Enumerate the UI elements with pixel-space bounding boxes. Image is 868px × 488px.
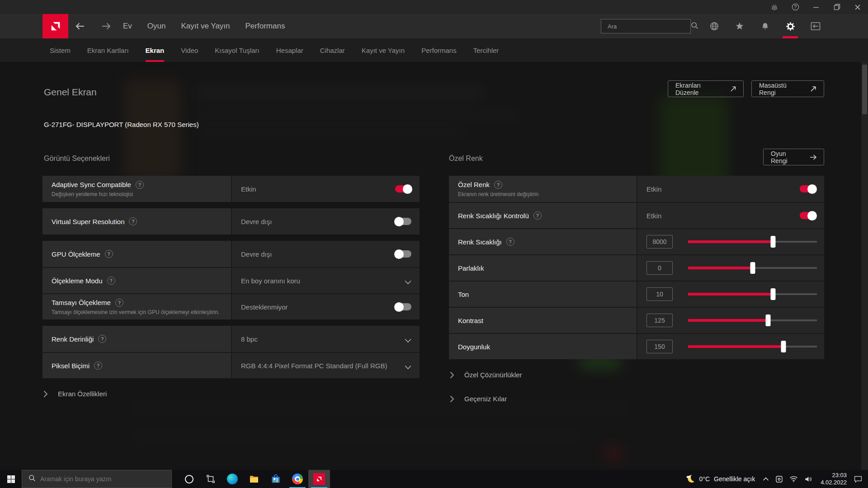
chevron-down-icon xyxy=(405,278,411,286)
help-icon[interactable]: ? xyxy=(105,250,113,258)
weather-description[interactable]: Genellikle açık xyxy=(714,475,755,483)
app-search-input[interactable] xyxy=(601,23,691,30)
tab-kisayol-tuslari[interactable]: Kısayol Tuşları xyxy=(215,38,259,62)
settings-gear-icon[interactable] xyxy=(778,14,803,38)
bug-report-icon[interactable] xyxy=(764,0,785,14)
chevron-right-icon xyxy=(43,390,48,398)
saturation-input[interactable] xyxy=(646,340,673,353)
custom-color-toggle[interactable] xyxy=(800,185,816,192)
browser-globe-icon[interactable] xyxy=(702,14,727,38)
cortana-icon[interactable] xyxy=(178,470,200,488)
contrast-slider[interactable] xyxy=(688,314,817,326)
help-titlebar-icon[interactable] xyxy=(785,0,806,14)
arrange-displays-button[interactable]: Ekranları Düzenle xyxy=(668,80,744,97)
chevron-down-icon xyxy=(405,363,411,371)
help-icon[interactable]: ? xyxy=(107,277,115,285)
tab-cihazlar[interactable]: Cihazlar xyxy=(320,38,345,62)
weather-temperature[interactable]: 0°C xyxy=(699,475,710,483)
chrome-icon[interactable] xyxy=(287,470,308,488)
slider-thumb[interactable] xyxy=(771,288,776,300)
help-icon[interactable]: ? xyxy=(506,238,514,246)
saturation-slider[interactable] xyxy=(688,341,817,352)
windows-taskbar: 0°C Genellikle açık 23:03 4.02.2022 xyxy=(0,470,868,488)
nav-item-home[interactable]: Ev xyxy=(123,22,132,31)
minimize-button[interactable] xyxy=(806,0,826,14)
help-icon[interactable]: ? xyxy=(94,361,102,370)
brightness-input[interactable] xyxy=(646,261,673,275)
start-button[interactable] xyxy=(0,470,22,488)
integer-scaling-toggle[interactable] xyxy=(395,303,411,310)
tab-kayit-ve-yayin[interactable]: Kayıt ve Yayın xyxy=(362,38,405,62)
setting-row-brightness: Parlaklık xyxy=(449,254,824,281)
tab-hesaplar[interactable]: Hesaplar xyxy=(276,38,303,62)
back-icon[interactable] xyxy=(72,19,88,34)
scrollbar-thumb[interactable] xyxy=(862,65,867,114)
tab-ekran[interactable]: Ekran xyxy=(146,38,165,62)
nav-item-record-stream[interactable]: Kayıt ve Yayın xyxy=(181,22,230,31)
color-temp-toggle[interactable] xyxy=(800,212,816,219)
slider-thumb[interactable] xyxy=(781,341,786,352)
contrast-input[interactable] xyxy=(646,314,673,327)
close-button[interactable] xyxy=(847,0,868,14)
slider-thumb[interactable] xyxy=(750,262,755,274)
help-icon[interactable]: ? xyxy=(129,217,137,225)
help-icon[interactable]: ? xyxy=(98,335,106,343)
favorites-star-icon[interactable] xyxy=(727,14,752,38)
overrides-expander[interactable]: Geçersiz Kılar xyxy=(449,395,824,403)
tab-video[interactable]: Video xyxy=(181,38,198,62)
nav-item-gaming[interactable]: Oyun xyxy=(147,22,166,31)
tray-overflow-chevron-icon[interactable] xyxy=(760,470,772,488)
hue-slider[interactable] xyxy=(688,288,817,300)
color-temperature-input[interactable] xyxy=(646,235,673,249)
restore-button[interactable] xyxy=(826,0,847,14)
tab-tercihler[interactable]: Tercihler xyxy=(473,38,499,62)
edge-icon[interactable] xyxy=(222,470,243,488)
weather-icon[interactable] xyxy=(681,470,699,488)
microsoft-store-icon[interactable] xyxy=(265,470,287,488)
amd-logo[interactable] xyxy=(42,14,68,38)
hue-input[interactable] xyxy=(646,287,673,301)
brightness-slider[interactable] xyxy=(688,262,817,274)
game-color-button[interactable]: Oyun Rengi xyxy=(763,149,824,165)
notifications-bell-icon[interactable] xyxy=(752,14,778,38)
slider-thumb[interactable] xyxy=(765,314,770,326)
scrollbar[interactable] xyxy=(861,62,868,470)
desktop-color-button[interactable]: Masaüstü Rengi xyxy=(751,80,824,97)
help-icon[interactable]: ? xyxy=(115,299,123,307)
search-icon xyxy=(691,22,698,31)
tray-app-icon[interactable] xyxy=(772,470,786,488)
adaptive-sync-toggle[interactable] xyxy=(395,185,411,192)
help-icon[interactable]: ? xyxy=(533,211,542,220)
pixel-format-dropdown[interactable]: RGB 4:4:4 Pixel Format PC Standard (Full… xyxy=(231,353,420,378)
setting-status: Etkin xyxy=(646,212,661,220)
setting-status: Etkin xyxy=(646,185,661,193)
task-view-icon[interactable] xyxy=(200,470,222,488)
volume-icon[interactable] xyxy=(801,470,816,488)
taskbar-search-input[interactable] xyxy=(40,475,171,483)
file-explorer-icon[interactable] xyxy=(243,470,265,488)
color-depth-dropdown[interactable]: 8 bpc xyxy=(231,326,420,352)
custom-resolutions-expander[interactable]: Özel Çözünürlükler xyxy=(449,371,824,379)
action-center-icon[interactable] xyxy=(850,470,868,488)
display-properties-expander[interactable]: Ekran Özellikleri xyxy=(42,390,420,398)
vsr-toggle[interactable] xyxy=(395,218,411,225)
tab-ekran-kartlari[interactable]: Ekran Kartları xyxy=(87,38,129,62)
dropdown-value: 8 bpc xyxy=(241,335,258,343)
forward-icon[interactable] xyxy=(99,19,114,34)
color-temperature-slider[interactable] xyxy=(688,236,817,248)
taskbar-search-box[interactable] xyxy=(22,470,172,488)
amd-software-taskbar-icon[interactable] xyxy=(308,470,330,488)
wifi-icon[interactable] xyxy=(786,470,801,488)
scaling-mode-dropdown[interactable]: En boy oranını koru xyxy=(231,268,420,293)
collapse-panel-icon[interactable] xyxy=(803,14,828,38)
gpu-scaling-toggle[interactable] xyxy=(395,250,411,258)
taskbar-clock[interactable]: 23:03 4.02.2022 xyxy=(816,472,850,486)
external-link-icon xyxy=(730,86,736,92)
app-search-box[interactable] xyxy=(601,19,691,33)
nav-item-performance[interactable]: Performans xyxy=(245,22,285,31)
slider-thumb[interactable] xyxy=(771,236,776,248)
tab-performans[interactable]: Performans xyxy=(421,38,457,62)
help-icon[interactable]: ? xyxy=(136,181,144,189)
help-icon[interactable]: ? xyxy=(494,181,502,189)
tab-sistem[interactable]: Sistem xyxy=(50,38,71,62)
